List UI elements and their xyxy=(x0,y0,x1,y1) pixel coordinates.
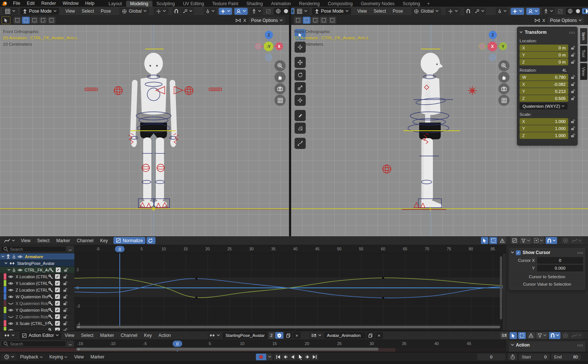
select-mode-box-new[interactable] xyxy=(22,17,30,24)
viewport-menu-select[interactable]: Select xyxy=(370,9,389,14)
gizmos-toggle[interactable] xyxy=(219,8,232,15)
graph-smooth-falloff[interactable] xyxy=(571,237,583,244)
dope-filter[interactable] xyxy=(536,332,548,339)
timeline-menu-playback[interactable]: Playback xyxy=(17,354,46,360)
normalize-toggle[interactable]: Normalize xyxy=(113,237,145,244)
action-name-field[interactable]: StartingPose_Avatar xyxy=(222,332,267,339)
channel-enable-checkbox[interactable]: ✓ xyxy=(55,308,60,312)
expand-icon[interactable] xyxy=(1,256,4,258)
channel-row-x-location-ctrl[interactable]: X Location (CTRL_✓ xyxy=(0,273,74,280)
viewport-right[interactable]: Right Orthographic(0) Armature : CTRL_FK… xyxy=(291,25,588,236)
gizmo-neg-horizontal-axis[interactable] xyxy=(255,43,262,50)
new-action-button[interactable] xyxy=(284,332,292,339)
select-mode-box-extend[interactable] xyxy=(30,17,38,24)
pin-icon[interactable] xyxy=(12,268,16,272)
frame-end-field[interactable]: End80 xyxy=(551,354,581,360)
lock-open-icon[interactable] xyxy=(63,321,67,326)
select-mode-box-new[interactable] xyxy=(303,17,311,24)
visibility-icon[interactable] xyxy=(8,288,13,292)
graph-select-box[interactable] xyxy=(489,237,497,244)
dope-snap-magnet[interactable] xyxy=(549,332,560,339)
modifier-icon[interactable] xyxy=(48,288,53,292)
lock-open-icon[interactable] xyxy=(63,308,67,312)
action-panel-header[interactable]: Action xyxy=(511,342,583,348)
channel-enable-checkbox[interactable]: ✓ xyxy=(55,274,60,279)
channel-row-x-scale-ctrl-fk[interactable]: X Scale (CTRL_FK_✓ xyxy=(0,320,74,327)
modifier-icon[interactable] xyxy=(48,308,53,312)
expand-icon[interactable] xyxy=(4,262,7,264)
dope-search-input[interactable]: Search xyxy=(1,341,66,347)
graph-menu-channel[interactable]: Channel xyxy=(74,238,97,243)
workspace-tab-modeling[interactable]: Modeling xyxy=(126,1,152,7)
visibility-off-icon[interactable] xyxy=(8,302,13,305)
overlays-toggle[interactable] xyxy=(234,8,248,15)
select-mode-box-intersect[interactable] xyxy=(48,17,55,24)
select-mode-box-subtract[interactable] xyxy=(320,17,328,24)
show-cursor-checkbox[interactable]: ✓ xyxy=(516,250,521,255)
dope-select-box[interactable] xyxy=(518,332,526,339)
modifier-icon[interactable] xyxy=(48,315,53,319)
workspace-tab-uv-editing[interactable]: UV Editing xyxy=(179,1,208,7)
channel-row-partial[interactable]: ✓ xyxy=(0,327,74,331)
graph-ruler[interactable]: -50510152025303540455055606570758085 xyxy=(74,245,506,253)
topbar-menu-render[interactable]: Render xyxy=(38,1,59,6)
snap-magnet-button[interactable] xyxy=(172,8,180,15)
channel-enable-checkbox[interactable]: ✓ xyxy=(55,321,60,326)
visibility-icon[interactable] xyxy=(8,295,13,299)
viewport-menu-pose[interactable]: Pose xyxy=(97,9,114,14)
lock-open-icon[interactable] xyxy=(63,274,67,279)
auto-keying-options-button[interactable] xyxy=(267,354,273,360)
pose-options-dropdown[interactable]: Pose Options xyxy=(248,17,285,24)
shading-wireframe-button[interactable] xyxy=(274,8,282,14)
pin-icon[interactable] xyxy=(12,254,16,259)
graph-menu-marker[interactable]: Marker xyxy=(53,238,73,243)
select-mode-tweak[interactable] xyxy=(13,17,21,24)
action-users-count[interactable]: 2 xyxy=(269,332,274,339)
dope-editor-type-button[interactable] xyxy=(1,332,17,339)
modifier-icon[interactable] xyxy=(48,301,53,306)
jump-to-prev-keyframe-button[interactable] xyxy=(282,354,289,360)
channel-row-w-quaternion-rota[interactable]: W Quaternion Rota✓ xyxy=(0,293,74,300)
cursor-to-selection-button[interactable]: Cursor to Selection xyxy=(511,273,583,280)
graph-menu-select[interactable]: Select xyxy=(34,238,53,243)
active-tool-button[interactable] xyxy=(1,16,10,24)
snap-target-button[interactable] xyxy=(181,8,194,15)
timeline-editor-type-button[interactable] xyxy=(1,354,17,360)
select-mode-box-intersect[interactable] xyxy=(328,17,336,24)
timeline-menu-keying[interactable]: Keying xyxy=(46,354,71,360)
modifier-icon[interactable] xyxy=(49,268,54,272)
graph-filter-expand-button[interactable]: ↔ xyxy=(67,246,74,252)
select-mode-box-subtract[interactable] xyxy=(39,17,47,24)
viewport-front[interactable]: Front Orthographic(0) Armature : CTRL_FK… xyxy=(0,25,289,236)
gizmo-center-axis[interactable]: -Y xyxy=(264,42,273,51)
channel-enable-checkbox[interactable]: ✓ xyxy=(55,281,60,286)
channel-enable-checkbox[interactable]: ✓ xyxy=(55,287,60,292)
workspace-tab-animation[interactable]: Animation xyxy=(267,1,295,7)
orientation-selector[interactable]: Global xyxy=(119,8,149,15)
visibility-icon[interactable] xyxy=(8,308,13,312)
action-browse-button[interactable] xyxy=(208,332,222,339)
show-cursor-header[interactable]: ✓Show Cursor xyxy=(511,249,583,256)
graph-search-input[interactable]: Search xyxy=(1,246,66,252)
select-mode-box-extend[interactable] xyxy=(311,17,319,24)
lock-open-icon[interactable] xyxy=(63,295,67,299)
modifier-icon[interactable] xyxy=(48,328,53,331)
modifier-icon[interactable] xyxy=(48,295,53,299)
cursor-x-field[interactable]: 0 xyxy=(537,257,583,264)
lock-open-icon[interactable] xyxy=(63,281,67,286)
topbar-menu-window[interactable]: Window xyxy=(59,1,82,6)
auto-keying-toggle[interactable] xyxy=(256,354,266,360)
cursor-value-to-selection-button[interactable]: Cursor Value to Selection xyxy=(511,281,583,287)
dope-proportional-edit[interactable] xyxy=(562,332,569,339)
x-mirror-icon[interactable] xyxy=(534,18,540,23)
dope-menu-action[interactable]: Action xyxy=(155,333,174,338)
dope-menu-key[interactable]: Key xyxy=(141,333,155,338)
timeline-menu-marker[interactable]: Marker xyxy=(87,354,107,360)
channel-enable-checkbox[interactable]: ✓ xyxy=(55,294,60,299)
dope-select-pointer[interactable] xyxy=(510,332,517,339)
dope-menu-select[interactable]: Select xyxy=(78,333,97,338)
graph-only-errors[interactable] xyxy=(498,237,506,244)
action-editor-mode-dropdown[interactable]: Action Editor xyxy=(19,332,61,339)
graph-frame-target[interactable] xyxy=(533,237,544,244)
visibility-icon[interactable] xyxy=(8,282,13,285)
